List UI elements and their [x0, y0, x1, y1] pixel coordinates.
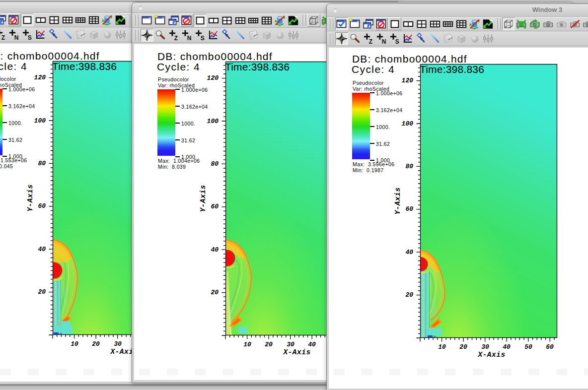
svg-text:S: S: [395, 38, 399, 44]
svg-text:Z: Z: [1, 34, 4, 40]
svg-text:Z: Z: [368, 38, 372, 44]
svg-text:Z: Z: [174, 34, 177, 41]
svg-text:N: N: [187, 34, 192, 41]
svg-text:S: S: [28, 34, 32, 40]
svg-text:S: S: [201, 34, 205, 41]
svg-text:N: N: [382, 38, 386, 44]
svg-text:N: N: [14, 34, 19, 40]
